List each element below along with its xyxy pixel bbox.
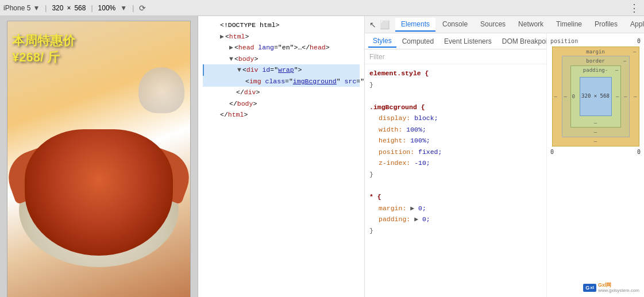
wrap-tag: <div id="wrap">	[242, 64, 302, 76]
css-selector-img-text: .imgBcground {	[369, 103, 425, 111]
css-block-star: * { margin: ▶ 0; padding: ▶ 0;	[369, 191, 542, 236]
css-brace-close2: }	[369, 169, 542, 180]
css-prop-name: padding:	[379, 215, 414, 223]
div-close-tag: </div>	[236, 87, 260, 98]
sub-tab-dom-breakpoints[interactable]: DOM Breakpoints	[498, 36, 546, 47]
more-dots-icon[interactable]: ⋮	[629, 2, 641, 14]
css-prop-name: height:	[379, 137, 410, 144]
tab-profiles[interactable]: Profiles	[589, 18, 623, 32]
main-area: 本周特惠价 ¥268/ 斤 <!DOCTYPE html> ▶	[0, 16, 644, 297]
devtools-top-tabs: ↖ ⬜ Elements Console Sources Network Tim…	[365, 16, 644, 33]
crab-body	[25, 129, 173, 256]
css-prop-zindex: z-index: -10;	[369, 157, 542, 169]
filter-bar	[365, 49, 546, 64]
zoom-level: 100%	[98, 4, 116, 12]
head-arrow[interactable]: ▶	[229, 42, 233, 53]
html-line-img[interactable]: <img class="imgBcground" src="images/pag…	[203, 76, 360, 87]
rotate-icon[interactable]: ⟳	[139, 3, 146, 13]
device-width: 320	[52, 4, 63, 12]
css-selector-star: * {	[369, 191, 542, 203]
padding-top-val: –	[615, 67, 618, 73]
css-prop-val: fixed;	[418, 148, 442, 156]
bottom-zeros: 0 0	[550, 149, 641, 155]
css-prop-position: position: fixed;	[369, 146, 542, 158]
html-arrow[interactable]: ▶	[220, 31, 224, 43]
html-line-body-close: </body>	[203, 98, 360, 110]
device-dropdown-icon[interactable]: ▼	[33, 4, 40, 12]
margin-left-val: –	[554, 94, 557, 99]
sub-tab-event-listeners[interactable]: Event Listeners	[439, 36, 496, 47]
css-selector-star-text: * {	[369, 193, 381, 200]
css-prop-val: block;	[414, 114, 438, 122]
logo-icon: G	[585, 285, 589, 291]
css-block-element-style: element.style { }	[369, 68, 542, 90]
tab-sources[interactable]: Sources	[475, 18, 511, 32]
tab-application[interactable]: Application	[624, 18, 644, 32]
css-prop-padding: padding: ▶ 0;	[369, 214, 542, 225]
bottom-logo: G xl Gxl网 www.gxlsystem.com	[583, 282, 639, 294]
price-line2: ¥268/ 斤	[12, 49, 75, 66]
box-diagram: margin – – – – border – – – –	[552, 47, 639, 146]
device-selector[interactable]: iPhone 5 ▼	[3, 4, 40, 12]
css-selector-element: element.style {	[369, 68, 542, 79]
logo-wrapper: G xl Gxl网 www.gxlsystem.com	[583, 282, 639, 294]
css-prop-name: position:	[379, 148, 418, 156]
css-prop-val: 100%;	[410, 137, 430, 144]
css-prop-display: display: block;	[369, 113, 542, 124]
border-layer: border – – – – padding- – – 0 –	[562, 56, 630, 137]
sub-tab-styles[interactable]: Styles	[368, 35, 396, 48]
css-content: element.style { } .imgBcground { dis	[365, 64, 546, 297]
html-close-tag: </html>	[220, 109, 248, 121]
zoom-dropdown-icon[interactable]: ▼	[120, 4, 127, 12]
phone-image: 本周特惠价 ¥268/ 斤	[7, 21, 190, 297]
filter-input[interactable]	[369, 53, 542, 61]
body-tag: <body>	[234, 53, 258, 65]
css-prop-name: z-index:	[379, 159, 414, 167]
bottom-left-val: 0	[550, 149, 554, 155]
logo-main-text: Gxl网	[598, 282, 639, 288]
css-brace-text3: }	[369, 227, 373, 234]
wrap-arrow[interactable]: ▼	[237, 64, 241, 76]
separator3: |	[132, 4, 134, 12]
html-line-html-close: </html>	[203, 109, 360, 121]
css-prop-name: margin:	[379, 205, 410, 212]
css-brace-close: }	[369, 79, 542, 91]
css-brace-text: }	[369, 81, 373, 88]
top-bar-right: ⋮	[629, 2, 641, 14]
separator2: |	[91, 4, 92, 12]
border-right-val: –	[624, 94, 627, 99]
body-arrow[interactable]: ▼	[229, 53, 233, 65]
css-prop-width: width: 100%;	[369, 124, 542, 136]
padding-bottom-val: –	[571, 120, 620, 126]
logo-box-text: xl	[590, 285, 594, 290]
border-left-val: –	[564, 94, 567, 99]
tab-console[interactable]: Console	[437, 18, 473, 32]
css-prop-height: height: 100%;	[369, 135, 542, 146]
css-tri[interactable]: ▶	[410, 205, 414, 212]
css-prop-name: width:	[379, 126, 406, 133]
pointer-icon[interactable]: ↖	[369, 20, 376, 29]
css-block-imgbcground: .imgBcground { display: block; width: 10…	[369, 102, 542, 180]
position-row: position 0	[550, 38, 641, 44]
html-line-head: ▶ <head lang="en">…</head>	[203, 42, 360, 53]
phone-screen: 本周特惠价 ¥268/ 斤	[7, 21, 191, 297]
html-line-doctype: <!DOCTYPE html>	[203, 20, 360, 31]
padding-layer: padding- – – 0 – 320 × 568	[570, 65, 621, 128]
css-selector-text: element.style {	[369, 70, 429, 77]
css-prop-val: 100%;	[406, 126, 426, 133]
tab-network[interactable]: Network	[512, 18, 549, 32]
price-text: 本周特惠价 ¥268/ 斤	[12, 33, 75, 65]
css-brace-close3: }	[369, 225, 542, 237]
padding-label: padding-	[571, 67, 620, 73]
padding-right-val: –	[616, 94, 619, 99]
box-select-icon[interactable]: ⬜	[380, 20, 390, 29]
separator: |	[45, 4, 47, 12]
tab-elements[interactable]: Elements	[395, 18, 435, 32]
tab-timeline[interactable]: Timeline	[550, 18, 588, 32]
css-tri2[interactable]: ▶	[414, 215, 418, 223]
html-line-html: ▶ <html>	[203, 31, 360, 43]
box-model-panel: position 0 margin – – – – border	[546, 33, 644, 297]
css-prop-val: -10;	[414, 159, 430, 167]
content-box: 320 × 568	[580, 77, 612, 116]
sub-tab-computed[interactable]: Computed	[398, 36, 438, 47]
